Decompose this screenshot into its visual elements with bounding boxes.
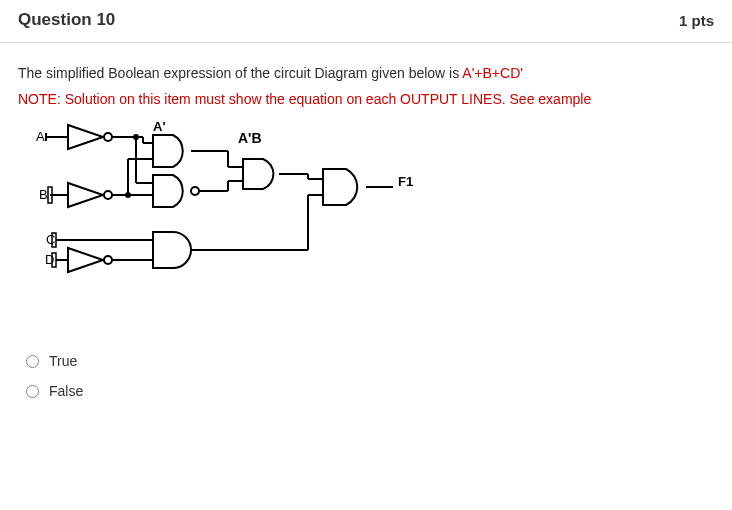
radio-false[interactable] [26, 385, 39, 398]
svg-point-8 [104, 191, 112, 199]
svg-marker-2 [68, 125, 103, 149]
radio-true[interactable] [26, 355, 39, 368]
svg-point-3 [104, 133, 112, 141]
svg-point-27 [104, 256, 112, 264]
stem-expression: A'+B+CD' [462, 65, 523, 81]
option-true[interactable]: True [18, 353, 714, 369]
question-note: NOTE: Solution on this item must show th… [18, 91, 714, 107]
question-points: 1 pts [679, 12, 714, 29]
input-c-label: C [46, 232, 55, 247]
svg-marker-26 [68, 248, 103, 272]
aprime-label: A' [153, 119, 165, 134]
question-header: Question 10 1 pts [0, 0, 732, 43]
option-true-label: True [49, 353, 77, 369]
circuit-diagram: A A' B A'B [18, 119, 714, 323]
aprimeb-label: A'B [238, 130, 262, 146]
question-body: The simplified Boolean expression of the… [0, 43, 732, 423]
input-a-label: A [36, 129, 45, 144]
svg-point-20 [191, 187, 199, 195]
option-false[interactable]: False [18, 383, 714, 399]
output-label: F1 [398, 174, 413, 189]
answer-options: True False [18, 353, 714, 399]
input-d-label: D [45, 252, 54, 267]
circuit-svg: A A' B A'B [18, 119, 438, 319]
question-title: Question 10 [18, 10, 115, 30]
option-false-label: False [49, 383, 83, 399]
question-stem: The simplified Boolean expression of the… [18, 65, 714, 81]
stem-text: The simplified Boolean expression of the… [18, 65, 462, 81]
input-b-label: B [39, 187, 48, 202]
svg-marker-7 [68, 183, 103, 207]
